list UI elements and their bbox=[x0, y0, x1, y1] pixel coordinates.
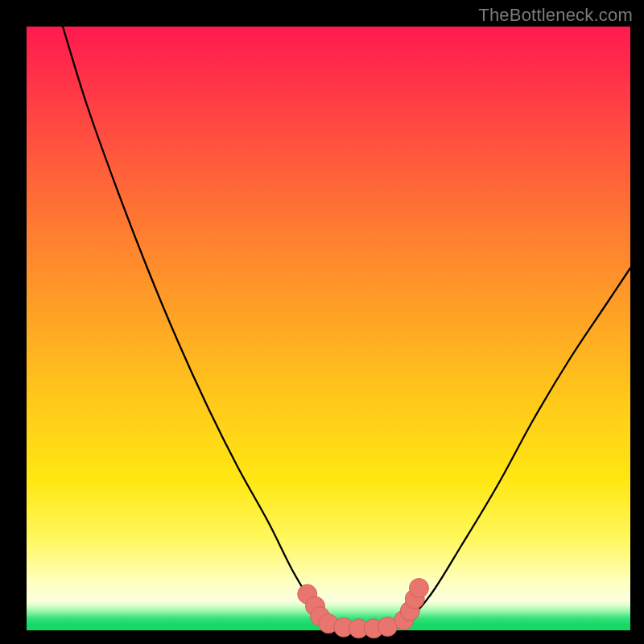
valley-marker bbox=[410, 579, 429, 598]
curve-layer bbox=[27, 27, 630, 630]
valley-markers bbox=[298, 579, 429, 638]
bottleneck-curve bbox=[63, 27, 630, 629]
plot-area bbox=[27, 27, 630, 630]
watermark-text: TheBottleneck.com bbox=[478, 5, 633, 26]
chart-frame: TheBottleneck.com bbox=[0, 0, 644, 644]
bottleneck-path bbox=[63, 27, 630, 629]
